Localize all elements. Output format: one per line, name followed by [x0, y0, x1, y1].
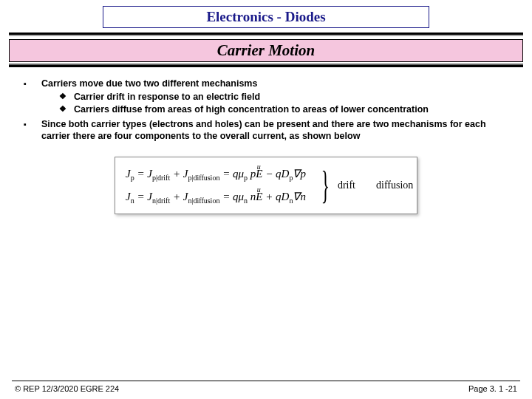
page-title: Electronics - Diodes: [206, 9, 325, 24]
bullet-1-text: Carriers move due two two different mech…: [41, 78, 257, 89]
title-rule: [0, 33, 532, 36]
subtitle-rule-thick: [9, 65, 523, 67]
equation-jn: Jn = Jn|drift + Jn|diffusion = qμn nuE +…: [126, 188, 306, 206]
bullet-1a: Carrier drift in response to an electric…: [41, 91, 511, 103]
subtitle-box: Carrier Motion: [9, 39, 523, 62]
footer: © REP 12/3/2020 EGRE 224 Page 3. 1 -21: [0, 381, 532, 393]
bullet-1b: Carriers diffuse from areas of high conc…: [41, 103, 511, 115]
footer-right: Page 3. 1 -21: [468, 384, 517, 393]
diffusion-label: diffusion: [376, 179, 413, 192]
bullet-1: Carriers move due two two different mech…: [21, 78, 511, 115]
equation-box: Jp = Jp|drift + Jp|diffusion = qμp puE −…: [115, 157, 417, 214]
subtitle: Carrier Motion: [217, 41, 315, 59]
equation-bracket: } drift diffusion: [316, 166, 413, 205]
footer-rule: [12, 381, 520, 381]
equation-jp: Jp = Jp|drift + Jp|diffusion = qμp puE −…: [126, 165, 306, 183]
bullet-2: Since both carrier types (electrons and …: [21, 118, 511, 142]
body-content: Carriers move due two two different mech…: [21, 78, 511, 214]
title-box: Electronics - Diodes: [103, 6, 429, 28]
equation-lines: Jp = Jp|drift + Jp|diffusion = qμp puE −…: [126, 165, 306, 206]
footer-left: © REP 12/3/2020 EGRE 224: [15, 384, 119, 393]
drift-label: drift: [338, 179, 355, 192]
